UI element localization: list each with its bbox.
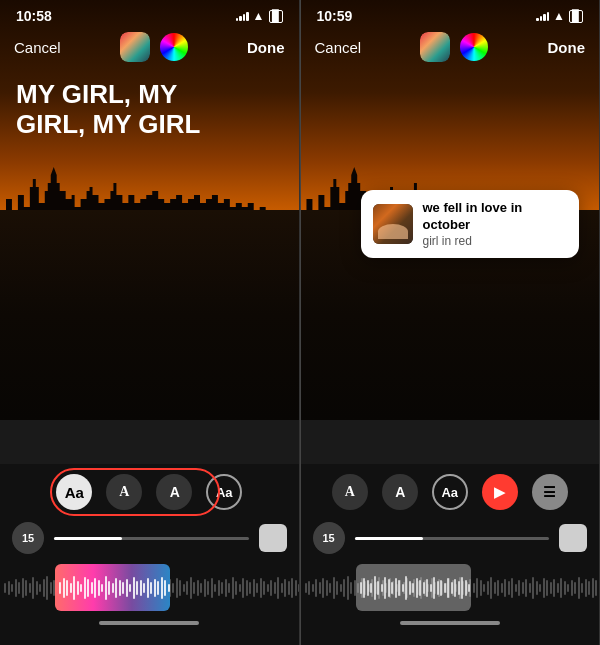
lyric-text: MY GIRL, MY GIRL, MY GIRL: [16, 80, 236, 140]
status-icons-right: ▲ ▊: [536, 9, 583, 23]
filter-icon: [120, 32, 150, 62]
album-art: [373, 204, 413, 244]
text-style-btn-2[interactable]: A: [106, 474, 142, 510]
home-indicator-right: [301, 615, 600, 635]
text-style-btn-1[interactable]: Aa: [56, 474, 92, 510]
text-style-btn-3[interactable]: A: [156, 474, 192, 510]
home-bar: [99, 621, 199, 625]
color-wheel-icon[interactable]: [160, 33, 188, 61]
playback-row-right: 15: [301, 516, 600, 560]
text-style-btn-r2[interactable]: A: [382, 474, 418, 510]
color-wheel-icon-right[interactable]: [460, 33, 488, 61]
home-indicator: [0, 615, 299, 635]
top-bar: Cancel Done: [0, 28, 299, 68]
song-title: we fell in love in october: [423, 200, 568, 234]
waveform-area: (function(){ const heights = [10,14,8,18…: [0, 560, 299, 615]
top-bar-right: Cancel Done: [301, 28, 600, 68]
status-bar: 10:58 ▲ ▊: [0, 0, 299, 28]
text-style-btn-r5[interactable]: ☰: [532, 474, 568, 510]
replay-button[interactable]: 15: [12, 522, 44, 554]
playback-row: 15: [0, 516, 299, 560]
text-style-btn-r1[interactable]: A: [332, 474, 368, 510]
left-panel: 10:58 ▲ ▊ Cancel Done MY GIRL, MY GIRL, …: [0, 0, 300, 645]
status-icons: ▲ ▊: [236, 9, 283, 23]
status-time-right: 10:59: [317, 8, 353, 24]
top-bar-icons-right: [420, 32, 488, 62]
right-panel: 10:59 ▲ ▊ Cancel Done we fell in: [301, 0, 601, 645]
water: [0, 210, 299, 420]
signal-icon-right: [536, 11, 549, 21]
progress-bar[interactable]: [54, 537, 249, 540]
text-style-row-right: A A Aa ▶ ☰: [301, 464, 600, 516]
wifi-icon-right: ▲: [553, 9, 565, 23]
stop-button[interactable]: [259, 524, 287, 552]
cancel-button[interactable]: Cancel: [14, 39, 61, 56]
done-button[interactable]: Done: [247, 39, 285, 56]
battery-icon: ▊: [269, 10, 283, 23]
album-art-image: [373, 204, 413, 244]
done-button-right[interactable]: Done: [547, 39, 585, 56]
battery-icon-right: ▊: [569, 10, 583, 23]
waveform-highlighted-right[interactable]: (function(){ const heights = [12,20,16,1…: [356, 564, 471, 611]
signal-icon: [236, 11, 249, 21]
text-style-btn-4[interactable]: Aa: [206, 474, 242, 510]
top-bar-icons: [120, 32, 188, 62]
song-popup[interactable]: we fell in love in october girl in red: [361, 190, 580, 258]
cancel-button-right[interactable]: Cancel: [315, 39, 362, 56]
song-artist: girl in red: [423, 234, 568, 248]
song-info: we fell in love in october girl in red: [423, 200, 568, 248]
stop-button-right[interactable]: [559, 524, 587, 552]
filter-icon-right: [420, 32, 450, 62]
home-bar-right: [400, 621, 500, 625]
wifi-icon: ▲: [253, 9, 265, 23]
filter-icon-badge[interactable]: [120, 32, 150, 62]
text-style-btn-r3[interactable]: Aa: [432, 474, 468, 510]
progress-fill-right: [355, 537, 423, 540]
status-time: 10:58: [16, 8, 52, 24]
replay-button-right[interactable]: 15: [313, 522, 345, 554]
text-style-row: Aa A A Aa: [0, 464, 299, 516]
waveform-area-right: (function(){ const heights = [10,14,8,18…: [301, 560, 600, 615]
status-bar-right: 10:59 ▲ ▊: [301, 0, 600, 28]
waveform-highlighted[interactable]: (function(){ const heights = [12,20,16,1…: [55, 564, 170, 611]
filter-icon-badge-right[interactable]: [420, 32, 450, 62]
bottom-controls: Aa A A Aa 15 (function(){ const heights …: [0, 464, 299, 645]
bottom-controls-right: A A Aa ▶ ☰ 15 (function(){ const heights…: [301, 464, 600, 645]
progress-fill: [54, 537, 122, 540]
progress-bar-right[interactable]: [355, 537, 550, 540]
text-style-btn-r4[interactable]: ▶: [482, 474, 518, 510]
